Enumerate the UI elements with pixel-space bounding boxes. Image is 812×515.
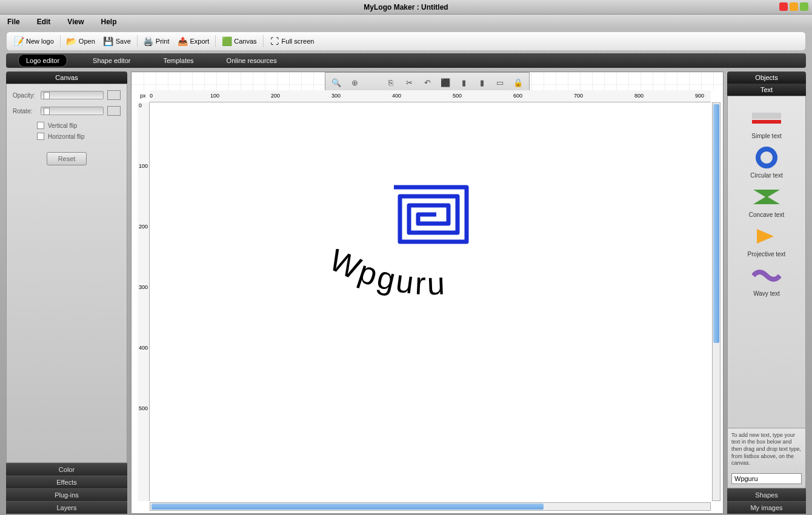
logo-object[interactable]: Wpguru xyxy=(321,181,539,317)
window-title: MyLogo Maker : Untitled xyxy=(364,3,448,12)
vertical-ruler: 0 100 200 300 400 500 xyxy=(138,102,150,501)
ruler-unit: px xyxy=(140,93,146,99)
align-left-icon[interactable]: ⬛ xyxy=(437,75,454,90)
right-panel-header-objects[interactable]: Objects xyxy=(727,71,806,84)
menu-view[interactable]: View xyxy=(67,18,84,26)
zoom-in-icon[interactable]: 🔍 xyxy=(328,75,345,90)
svg-rect-2 xyxy=(752,120,781,124)
left-tab-plugins[interactable]: Plug-ins xyxy=(6,488,127,501)
tab-templates[interactable]: Templates xyxy=(156,55,201,67)
rotate-value[interactable] xyxy=(107,106,121,116)
concave-text-icon xyxy=(751,185,782,209)
align-center-h-icon[interactable]: ▮ xyxy=(455,75,472,90)
help-text: To add new text, type your text in the b… xyxy=(728,428,805,471)
right-tab-shapes[interactable]: Shapes xyxy=(727,488,806,501)
print-button[interactable]: 🖨️Print xyxy=(141,35,172,47)
save-icon: 💾 xyxy=(104,36,113,46)
fullscreen-button[interactable]: ⛶Full screen xyxy=(267,35,317,47)
spiral-shape-icon[interactable] xyxy=(388,181,473,248)
reset-button[interactable]: Reset xyxy=(47,152,87,165)
logo-text[interactable]: Wpguru xyxy=(321,249,539,317)
simple-text-icon xyxy=(751,106,782,130)
wavy-text-item[interactable]: Wavy text xyxy=(731,264,802,297)
right-panel-header-text[interactable]: Text xyxy=(727,84,806,96)
rotate-label: Rotate: xyxy=(13,108,37,115)
opacity-value[interactable] xyxy=(107,90,121,100)
new-logo-button[interactable]: 📝New logo xyxy=(12,35,56,47)
open-icon: 📂 xyxy=(67,36,76,46)
tab-online-resources[interactable]: Online resources xyxy=(219,55,284,67)
horizontal-ruler: 0 100 200 300 400 500 600 700 800 900 xyxy=(150,90,711,102)
menu-file[interactable]: File xyxy=(7,18,20,26)
opacity-label: Opacity: xyxy=(13,92,37,99)
svg-point-3 xyxy=(758,149,775,166)
projective-text-icon xyxy=(751,224,782,248)
horizontal-scrollbar[interactable] xyxy=(150,502,711,511)
close-icon[interactable] xyxy=(779,2,788,11)
save-button[interactable]: 💾Save xyxy=(101,35,133,47)
vertical-flip-label: Vertical flip xyxy=(48,122,77,129)
left-panel-body: Opacity: Rotate: Vertical flip Horizonta… xyxy=(6,84,127,463)
cut-icon[interactable]: ✂ xyxy=(401,75,418,90)
circular-text-item[interactable]: Circular text xyxy=(731,145,802,179)
canvas-button[interactable]: 🟩Canvas xyxy=(219,35,259,47)
main-toolbar: 📝New logo 📂Open 💾Save 🖨️Print 📤Export 🟩C… xyxy=(6,32,806,51)
print-icon: 🖨️ xyxy=(144,36,153,46)
concave-text-item[interactable]: Concave text xyxy=(731,185,802,218)
svg-text:Wpguru: Wpguru xyxy=(324,249,448,301)
canvas-area[interactable]: 🔍 ⊕ ⎘ ✂ ↶ ⬛ ▮ ▮ ▭ 🔒 🔍 ⊖ ⎘ ✖ ↷ ▬ ▮ ▬ ▭ 🔓 … xyxy=(131,71,724,514)
undo-icon[interactable]: ↶ xyxy=(419,75,436,90)
align-right-icon[interactable]: ▮ xyxy=(473,75,490,90)
menu-help[interactable]: Help xyxy=(101,18,116,26)
export-icon: 📤 xyxy=(178,36,187,46)
simple-text-item[interactable]: Simple text xyxy=(731,106,802,139)
svg-rect-1 xyxy=(752,113,781,119)
circular-text-icon xyxy=(751,145,782,170)
new-icon: 📝 xyxy=(14,36,24,46)
tab-shape-editor[interactable]: Shape editor xyxy=(85,55,138,67)
wavy-text-icon xyxy=(751,264,782,288)
lock-icon[interactable]: 🔒 xyxy=(510,75,527,90)
left-tab-effects[interactable]: Effects xyxy=(6,476,127,488)
bring-forward-icon[interactable]: ▭ xyxy=(491,75,508,90)
minimize-icon[interactable] xyxy=(790,2,798,11)
menu-edit[interactable]: Edit xyxy=(37,18,51,26)
copy-icon[interactable]: ⎘ xyxy=(382,75,399,90)
horizontal-flip-checkbox[interactable] xyxy=(37,133,44,140)
canvas-icon: 🟩 xyxy=(222,36,231,46)
right-tab-my-images[interactable]: My images xyxy=(727,501,806,514)
open-button[interactable]: 📂Open xyxy=(64,35,98,47)
opacity-slider[interactable] xyxy=(41,91,104,99)
vertical-flip-checkbox[interactable] xyxy=(37,122,44,129)
right-panel-body: Simple text Circular text Concave text P… xyxy=(727,96,806,428)
text-input[interactable] xyxy=(731,473,802,484)
left-panel-header-canvas[interactable]: Canvas xyxy=(6,71,127,84)
tab-bar: Logo editor Shape editor Templates Onlin… xyxy=(6,53,806,68)
left-tab-color[interactable]: Color xyxy=(6,463,127,476)
menubar: File Edit View Help xyxy=(0,15,812,29)
canvas-workspace[interactable]: Wpguru xyxy=(150,102,711,501)
export-button[interactable]: 📤Export xyxy=(175,35,211,47)
zoom-fit-icon[interactable]: ⊕ xyxy=(346,75,363,90)
vertical-scrollbar[interactable] xyxy=(712,102,720,501)
left-tab-layers[interactable]: Layers xyxy=(6,501,127,514)
rotate-slider[interactable] xyxy=(41,107,104,115)
horizontal-flip-label: Horizontal flip xyxy=(48,133,85,140)
projective-text-item[interactable]: Projective text xyxy=(731,224,802,258)
maximize-icon[interactable] xyxy=(800,2,808,11)
tab-logo-editor[interactable]: Logo editor xyxy=(18,54,67,67)
fullscreen-icon: ⛶ xyxy=(270,36,279,46)
